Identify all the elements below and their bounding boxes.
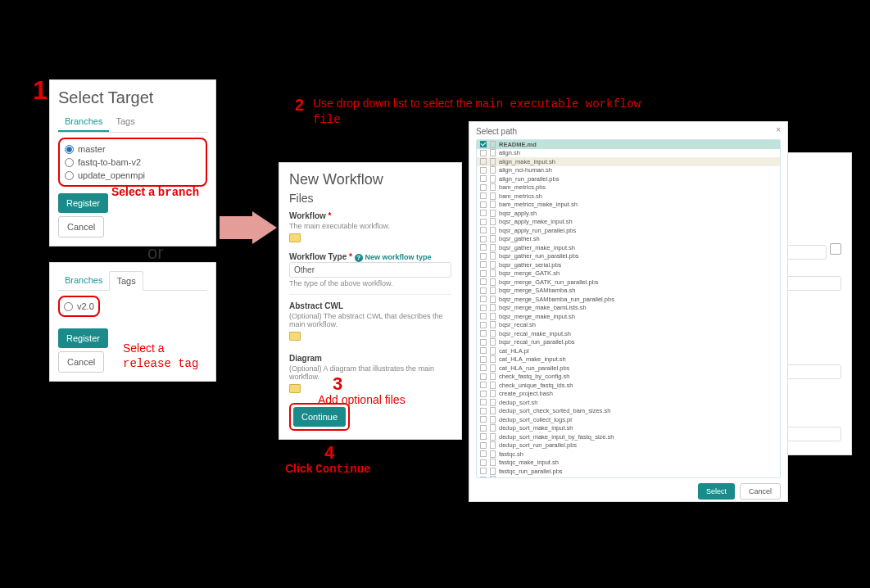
tag-option-v2[interactable]: v2.0 bbox=[64, 300, 94, 313]
checkbox-icon[interactable] bbox=[480, 425, 487, 432]
tab-tags-2[interactable]: Tags bbox=[109, 271, 143, 291]
file-row[interactable]: dedup_sort_check_sorted_bam_sizes.sh bbox=[477, 407, 780, 416]
checkbox-icon[interactable] bbox=[480, 468, 487, 474]
file-row[interactable]: bqsr_merge_make_bamLists.sh bbox=[477, 304, 780, 313]
select-button[interactable]: Select bbox=[698, 483, 735, 500]
file-row[interactable]: fastqc.sh bbox=[477, 450, 780, 459]
cancel-button-2[interactable]: Cancel bbox=[58, 351, 104, 373]
file-row[interactable]: bqsr_recal_run_parallel.pbs bbox=[477, 338, 780, 347]
file-row[interactable]: bqsr_merge_GATK.sh bbox=[477, 269, 780, 278]
branch-option-master[interactable]: master bbox=[65, 142, 201, 156]
checkbox-icon[interactable] bbox=[480, 253, 487, 260]
checkbox-icon[interactable] bbox=[480, 227, 487, 233]
help-icon[interactable]: ? bbox=[355, 254, 363, 262]
branch-option-openmpi[interactable]: update_openmpi bbox=[65, 169, 201, 182]
file-row[interactable]: dedup_sort_collect_logs.pl bbox=[477, 415, 780, 424]
checkbox-icon[interactable] bbox=[480, 322, 487, 328]
checkbox-icon[interactable] bbox=[480, 192, 487, 199]
checkbox-icon[interactable] bbox=[480, 184, 487, 191]
checkbox-icon[interactable] bbox=[480, 313, 487, 319]
checkbox-icon[interactable] bbox=[480, 219, 487, 225]
workflow-file-picker[interactable] bbox=[289, 233, 451, 244]
checkbox-icon[interactable] bbox=[480, 364, 487, 371]
checkbox-icon[interactable] bbox=[480, 296, 487, 302]
file-row[interactable]: bqsr_gather_make_input.sh bbox=[477, 243, 780, 252]
file-row[interactable]: bqsr_gather_serial.pbs bbox=[477, 260, 780, 269]
file-row[interactable]: create_project.bash bbox=[477, 390, 780, 399]
file-row[interactable]: bqsr_apply_make_input.sh bbox=[477, 218, 780, 227]
checkbox-icon[interactable] bbox=[480, 339, 487, 346]
checkbox-icon[interactable] bbox=[480, 347, 487, 354]
file-row[interactable]: cat_HLA.pl bbox=[477, 346, 780, 355]
checkbox-icon[interactable] bbox=[480, 433, 487, 440]
checkbox-icon[interactable] bbox=[480, 399, 487, 405]
file-row[interactable]: dedup_sort_run_parallel.pbs bbox=[477, 441, 780, 450]
checkbox-icon[interactable] bbox=[480, 356, 487, 363]
checkbox-icon[interactable] bbox=[480, 158, 487, 165]
file-row[interactable]: bqsr_merge_make_input.sh bbox=[477, 312, 780, 321]
checkbox-icon[interactable] bbox=[480, 236, 487, 242]
file-row[interactable]: bam_metrics_make_input.sh bbox=[477, 201, 780, 210]
checkbox-icon[interactable] bbox=[480, 278, 487, 285]
checkbox-icon[interactable] bbox=[480, 330, 487, 337]
checkbox-icon[interactable] bbox=[480, 201, 487, 208]
file-row[interactable]: bqsr_gather.sh bbox=[477, 235, 780, 244]
file-row[interactable]: fastqc_make_input.sh bbox=[477, 459, 780, 468]
register-button[interactable]: Register bbox=[58, 193, 108, 213]
checkbox-icon[interactable] bbox=[480, 373, 487, 380]
workflow-type-select[interactable]: Other bbox=[289, 262, 451, 278]
checkbox-icon[interactable] bbox=[480, 382, 487, 388]
checkbox-icon[interactable] bbox=[480, 175, 487, 182]
file-row[interactable]: bqsr_merge_SAMbamba_run_parallel.pbs bbox=[477, 295, 780, 304]
checkbox-icon[interactable] bbox=[480, 244, 487, 251]
file-row[interactable]: bqsr_gather_run_parallel.pbs bbox=[477, 252, 780, 261]
close-icon[interactable]: × bbox=[776, 125, 781, 134]
cancel-button-3[interactable]: Cancel bbox=[740, 483, 781, 500]
checkbox-icon[interactable] bbox=[480, 287, 487, 294]
file-row[interactable]: bqsr_apply.sh bbox=[477, 209, 780, 218]
continue-button[interactable]: Continue bbox=[293, 407, 346, 427]
tab-branches-2[interactable]: Branches bbox=[58, 271, 109, 290]
checkbox-icon[interactable] bbox=[480, 270, 487, 277]
checkbox-checked-icon[interactable] bbox=[480, 141, 487, 147]
file-row[interactable]: align_make_input.sh bbox=[477, 157, 780, 166]
tab-tags[interactable]: Tags bbox=[109, 112, 141, 132]
file-row[interactable]: bqsr_apply_run_parallel.pbs bbox=[477, 226, 780, 235]
file-row[interactable]: bqsr_recal_make_input.sh bbox=[477, 329, 780, 338]
abstract-file-picker[interactable] bbox=[289, 332, 451, 342]
file-row[interactable]: align_run_parallel.pbs bbox=[477, 174, 780, 183]
calendar-icon[interactable] bbox=[830, 243, 841, 255]
checkbox-icon[interactable] bbox=[480, 210, 487, 216]
checkbox-icon[interactable] bbox=[480, 442, 487, 449]
tab-branches[interactable]: Branches bbox=[58, 112, 109, 132]
file-row[interactable]: check_fastq_by_config.sh bbox=[477, 373, 780, 382]
file-row[interactable]: check_unique_fastq_ids.sh bbox=[477, 381, 780, 390]
file-row[interactable]: bam_metrics.pbs bbox=[477, 183, 780, 192]
new-workflow-type-link[interactable]: New workflow type bbox=[365, 253, 431, 261]
checkbox-icon[interactable] bbox=[480, 450, 487, 457]
file-row[interactable]: bqsr_recal.sh bbox=[477, 321, 780, 330]
checkbox-icon[interactable] bbox=[480, 459, 487, 466]
checkbox-icon[interactable] bbox=[480, 391, 487, 397]
file-row[interactable]: bqsr_merge_SAMbamba.sh bbox=[477, 287, 780, 296]
file-row[interactable]: cat_HLA_make_input.sh bbox=[477, 355, 780, 364]
file-row[interactable]: fastqc_run_parallel.pbs bbox=[477, 467, 780, 476]
cancel-button[interactable]: Cancel bbox=[58, 216, 104, 237]
checkbox-icon[interactable] bbox=[480, 150, 487, 156]
checkbox-icon[interactable] bbox=[480, 305, 487, 311]
file-row[interactable]: bam_metrics.sh bbox=[477, 192, 780, 201]
file-row[interactable]: align_nci-human.sh bbox=[477, 166, 780, 175]
branch-option-fastq[interactable]: fastq-to-bam-v2 bbox=[65, 156, 201, 169]
file-row-header[interactable]: README.md bbox=[477, 140, 780, 149]
register-button-2[interactable]: Register bbox=[58, 328, 108, 348]
file-list[interactable]: README.mdalign.shalign_make_input.shalig… bbox=[476, 139, 781, 478]
file-row[interactable]: align.sh bbox=[477, 149, 780, 158]
file-row[interactable]: bqsr_merge_GATK_run_parallel.pbs bbox=[477, 278, 780, 287]
checkbox-icon[interactable] bbox=[480, 261, 487, 268]
checkbox-icon[interactable] bbox=[480, 167, 487, 174]
checkbox-icon[interactable] bbox=[480, 416, 487, 423]
checkbox-icon[interactable] bbox=[480, 408, 487, 414]
file-row[interactable]: dedup_sort.sh bbox=[477, 398, 780, 407]
file-row[interactable]: dedup_sort_make_input_by_fastq_size.sh bbox=[477, 432, 780, 441]
file-row[interactable]: cat_HLA_run_parallel.pbs bbox=[477, 364, 780, 373]
